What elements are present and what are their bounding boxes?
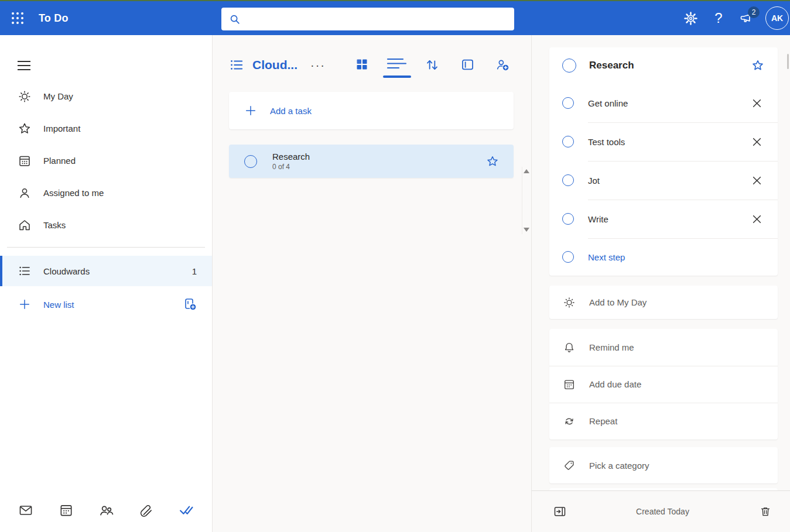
- topbar: To Do ?: [0, 1, 790, 35]
- delete-step-button[interactable]: [748, 172, 765, 188]
- add-due-date-button[interactable]: Add due date: [549, 366, 778, 403]
- add-task-label: Add a task: [270, 106, 312, 116]
- mail-icon: [18, 503, 33, 518]
- new-group-button[interactable]: [183, 297, 198, 312]
- next-step-label: Next step: [588, 252, 765, 262]
- home-icon: [18, 218, 32, 232]
- list-icon: [18, 264, 32, 278]
- step-complete-checkbox[interactable]: [562, 213, 574, 225]
- detail-important-button[interactable]: [750, 57, 766, 74]
- settings-button[interactable]: [676, 4, 704, 32]
- next-step-input-row[interactable]: Next step: [549, 238, 778, 276]
- people-icon: [98, 503, 114, 519]
- grid-view-icon: [355, 57, 369, 71]
- pick-category-label: Pick a category: [589, 461, 649, 471]
- step-complete-checkbox[interactable]: [562, 136, 574, 147]
- calendar-icon: [562, 377, 576, 392]
- delete-task-button[interactable]: [755, 501, 776, 522]
- sidebar-item-label: Tasks: [43, 220, 66, 230]
- remind-me-label: Remind me: [589, 342, 634, 352]
- step-label: Get online: [588, 98, 748, 108]
- hide-panel-icon: [553, 504, 567, 519]
- new-list-button[interactable]: New list: [0, 291, 212, 318]
- search-box[interactable]: [221, 8, 514, 30]
- repeat-icon: [562, 414, 576, 428]
- plus-icon: [18, 297, 32, 311]
- close-icon: [752, 98, 762, 108]
- category-card: Pick a category: [549, 447, 778, 483]
- sun-icon: [562, 296, 576, 310]
- whats-new-button[interactable]: 2: [733, 4, 761, 32]
- star-icon: [751, 59, 765, 73]
- step-row[interactable]: Write: [549, 200, 778, 238]
- detail-scrollbar-thumb[interactable]: [787, 54, 789, 69]
- grid-view-button[interactable]: [354, 57, 370, 71]
- list-view-button[interactable]: [389, 57, 405, 78]
- delete-step-button[interactable]: [748, 211, 765, 227]
- step-complete-checkbox[interactable]: [562, 97, 574, 109]
- list-title-button[interactable]: Cloud...: [229, 57, 297, 73]
- bell-icon: [562, 341, 576, 355]
- sort-button[interactable]: [425, 57, 440, 73]
- list-scrollbar[interactable]: [522, 167, 530, 234]
- search-input[interactable]: [241, 8, 514, 30]
- side-panel-icon: [460, 57, 475, 72]
- task-important-button[interactable]: [484, 153, 501, 170]
- delete-step-button[interactable]: [748, 133, 765, 150]
- todo-app-button[interactable]: [173, 497, 199, 523]
- detail-task-header: Research: [549, 47, 778, 84]
- remind-me-button[interactable]: Remind me: [549, 329, 778, 366]
- sidebar-item-tasks[interactable]: Tasks: [0, 209, 212, 241]
- close-icon: [752, 137, 762, 147]
- sidebar-item-assigned-to-me[interactable]: Assigned to me: [0, 177, 212, 209]
- help-button[interactable]: ?: [704, 4, 733, 32]
- sidebar-item-planned[interactable]: Planned: [0, 145, 212, 177]
- avatar[interactable]: AK: [765, 6, 789, 30]
- mail-app-button[interactable]: [13, 497, 39, 523]
- detail-steps-card: Research Get online: [549, 47, 778, 276]
- share-button[interactable]: [495, 57, 510, 73]
- sun-icon: [18, 90, 32, 104]
- scroll-up-arrow[interactable]: [524, 169, 529, 173]
- sidebar-toggle-button[interactable]: [18, 59, 32, 72]
- delete-step-button[interactable]: [748, 95, 765, 111]
- add-task-field[interactable]: Add a task: [229, 92, 514, 129]
- list-count: 1: [192, 266, 197, 276]
- list-options-button[interactable]: ···: [310, 57, 326, 69]
- sidebar-item-label: My Day: [43, 91, 73, 101]
- app-launcher-button[interactable]: [4, 4, 32, 32]
- notification-badge: 2: [748, 6, 760, 18]
- app-title: To Do: [39, 12, 69, 25]
- step-complete-checkbox[interactable]: [562, 174, 574, 186]
- trash-icon: [759, 505, 772, 518]
- scroll-down-arrow[interactable]: [524, 228, 529, 232]
- calendar-app-button[interactable]: [53, 497, 79, 523]
- task-row-research[interactable]: Research 0 of 4: [229, 145, 514, 178]
- sidebar-list-cloudwards[interactable]: Cloudwards 1: [0, 256, 212, 286]
- task-complete-checkbox[interactable]: [244, 155, 257, 168]
- step-row[interactable]: Test tools: [549, 122, 778, 161]
- add-to-my-day-button[interactable]: Add to My Day: [549, 286, 778, 319]
- plus-icon: [244, 104, 257, 117]
- sidebar-item-my-day[interactable]: My Day: [0, 80, 212, 112]
- detail-complete-checkbox[interactable]: [562, 59, 576, 73]
- detail-task-title[interactable]: Research: [589, 60, 750, 71]
- repeat-button[interactable]: Repeat: [549, 403, 778, 440]
- attachments-button[interactable]: [134, 497, 159, 523]
- add-to-my-day-label: Add to My Day: [589, 297, 647, 307]
- paperclip-icon: [139, 503, 154, 518]
- people-app-button[interactable]: [93, 497, 119, 523]
- share-person-add-icon: [495, 57, 511, 73]
- suggestions-button[interactable]: [460, 57, 475, 72]
- add-due-date-label: Add due date: [589, 379, 641, 389]
- close-icon: [752, 214, 762, 224]
- pick-category-button[interactable]: Pick a category: [549, 447, 778, 483]
- repeat-label: Repeat: [589, 416, 617, 426]
- help-icon: ?: [714, 10, 722, 26]
- step-row[interactable]: Get online: [549, 84, 778, 122]
- task-title: Research: [272, 152, 484, 162]
- hide-detail-button[interactable]: [549, 501, 570, 522]
- sidebar-item-important[interactable]: Important: [0, 112, 212, 145]
- step-row[interactable]: Jot: [549, 161, 778, 200]
- step-label: Jot: [588, 176, 748, 186]
